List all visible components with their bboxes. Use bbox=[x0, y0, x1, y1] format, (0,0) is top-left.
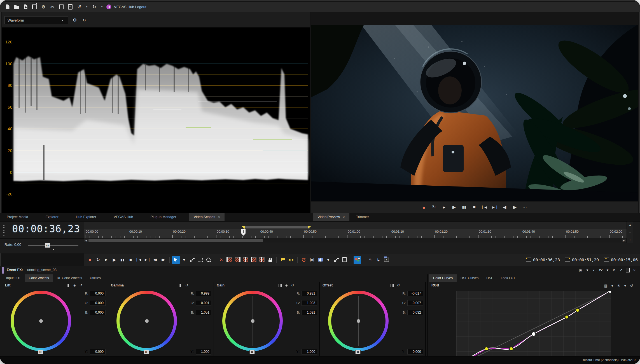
selection-start-display[interactable]: 00:00:36,23 bbox=[526, 258, 560, 262]
tab-input-lut[interactable]: Input LUT bbox=[2, 274, 25, 282]
fx-preset-dropdown-icon[interactable]: ▾ bbox=[585, 267, 590, 273]
crosshair-icon[interactable]: ◈ bbox=[73, 283, 77, 288]
scope-settings-gear-icon[interactable]: ⚙ bbox=[72, 17, 78, 24]
y-value[interactable]: 0.000 bbox=[90, 349, 106, 354]
vegas-hub-icon[interactable]: H bbox=[106, 4, 111, 9]
scope-type-select[interactable]: Waveform ▾ bbox=[4, 16, 68, 24]
reset-curve-icon[interactable]: ↺ bbox=[629, 282, 635, 289]
rate-slider-handle[interactable]: ▮▮ bbox=[45, 243, 50, 248]
cursor-timecode[interactable]: 00:00:36,23 bbox=[12, 223, 80, 234]
r-value[interactable]: 0.999 bbox=[196, 291, 211, 296]
stop-button[interactable]: ■ bbox=[127, 256, 134, 264]
close-icon[interactable]: × bbox=[343, 215, 345, 219]
close-panel-icon[interactable]: × bbox=[632, 267, 637, 273]
redo-icon[interactable]: ↻ bbox=[91, 4, 97, 10]
gain-luma-slider[interactable]: ▮▮ bbox=[217, 349, 287, 354]
trim-end-button[interactable] bbox=[234, 256, 241, 264]
channel-grid-icon[interactable]: ▦ bbox=[603, 282, 609, 289]
preview-record-button[interactable]: ● bbox=[421, 204, 427, 211]
sliders-icon[interactable] bbox=[66, 283, 71, 288]
g-value[interactable]: 0.991 bbox=[196, 300, 211, 306]
insert-region-button[interactable] bbox=[287, 256, 295, 264]
lock-envelopes-button[interactable] bbox=[333, 256, 340, 264]
selection-length-display[interactable]: 00:00:15,06 bbox=[604, 258, 638, 262]
project-properties-icon[interactable] bbox=[31, 4, 38, 10]
gain-color-wheel[interactable] bbox=[222, 291, 283, 351]
b-value[interactable]: 1.051 bbox=[196, 310, 211, 315]
undo-dropdown-icon[interactable]: ▾ bbox=[85, 4, 88, 10]
brightness-icon[interactable]: ☀ bbox=[616, 282, 622, 289]
channel-dropdown-icon[interactable]: ▾ bbox=[611, 282, 614, 289]
tab-project-media[interactable]: Project Media bbox=[2, 213, 32, 221]
loop-playback-button[interactable]: ↻ bbox=[94, 256, 102, 264]
auto-ripple-dropdown-icon[interactable]: ▾ bbox=[324, 256, 332, 264]
time-ruler[interactable]: 00:00:00 00:00:10 00:00:20 00:00:30 00:0… bbox=[84, 229, 633, 239]
tab-hsl[interactable]: HSL bbox=[482, 274, 497, 282]
preview-go-start-button[interactable]: ▏◀ bbox=[481, 204, 487, 211]
scrollbar-thumb[interactable] bbox=[88, 239, 263, 242]
preview-play-from-start-button[interactable]: ▶ bbox=[441, 204, 447, 211]
open-project-icon[interactable] bbox=[13, 4, 20, 10]
cut-icon[interactable]: ✂ bbox=[49, 4, 55, 10]
preferences-gear-icon[interactable]: ⚙ bbox=[40, 4, 46, 10]
previous-frame-button[interactable]: ◀▮ bbox=[151, 256, 159, 264]
r-value[interactable]: -0.017 bbox=[407, 291, 423, 296]
offset-color-wheel[interactable] bbox=[328, 291, 389, 351]
reset-icon[interactable]: ↺ bbox=[396, 283, 401, 288]
record-button[interactable]: ● bbox=[86, 256, 94, 264]
tab-color-wheels[interactable]: Color Wheels bbox=[25, 274, 53, 282]
preview-prev-frame-button[interactable]: ◀▮ bbox=[501, 204, 508, 211]
preview-play-button[interactable]: ▶ bbox=[451, 204, 457, 211]
curve-point-4[interactable] bbox=[565, 315, 569, 319]
y-value[interactable]: 1.000 bbox=[302, 349, 317, 354]
gamma-color-wheel[interactable] bbox=[116, 291, 177, 351]
envelope-tool-button[interactable] bbox=[188, 256, 196, 264]
add-track-button[interactable]: + bbox=[383, 256, 390, 264]
edit-tool-dropdown-icon[interactable]: ▾ bbox=[180, 256, 188, 264]
g-value[interactable]: 1.003 bbox=[302, 300, 317, 306]
tab-hsl-curves[interactable]: HSL Curves bbox=[457, 274, 482, 282]
tab-trimmer[interactable]: Trimmer bbox=[352, 213, 373, 221]
curve-point-2[interactable] bbox=[510, 347, 513, 351]
tab-video-scopes[interactable]: Video Scopes× bbox=[189, 213, 225, 221]
preview-loop-button[interactable]: ↻ bbox=[431, 204, 437, 211]
ignore-event-grouping-button[interactable] bbox=[341, 256, 348, 264]
loop-region-bar[interactable] bbox=[243, 226, 310, 228]
gamma-luma-slider[interactable]: ▮▮ bbox=[111, 349, 181, 354]
lift-color-wheel[interactable] bbox=[11, 291, 71, 351]
scroll-up-icon[interactable]: ▴ bbox=[628, 223, 632, 227]
scroll-left-icon[interactable]: ◀ bbox=[84, 239, 88, 242]
play-button[interactable]: ▶ bbox=[111, 256, 118, 264]
play-from-start-button[interactable]: ▶ bbox=[102, 256, 110, 264]
loop-end-marker[interactable] bbox=[308, 226, 312, 229]
auto-crossfade-button[interactable]: ⋈ bbox=[308, 256, 316, 264]
g-value[interactable]: 0.000 bbox=[90, 300, 106, 306]
preview-pause-button[interactable]: ▮▮ bbox=[461, 204, 467, 211]
new-project-icon[interactable] bbox=[4, 4, 11, 10]
g-value[interactable]: -0.007 bbox=[407, 300, 423, 306]
go-to-start-button[interactable]: ▏◀ bbox=[135, 256, 143, 264]
reset-icon[interactable]: ↺ bbox=[290, 283, 295, 288]
drag-handle[interactable] bbox=[3, 224, 4, 236]
b-value[interactable]: 0.032 bbox=[407, 310, 423, 315]
fx-preset-icon[interactable]: ▣ bbox=[578, 267, 583, 273]
normal-edit-tool-button[interactable] bbox=[172, 256, 180, 264]
color-grading-button[interactable] bbox=[354, 256, 361, 264]
tab-look-lut[interactable]: Look LUT bbox=[497, 274, 519, 282]
reset-icon[interactable]: ↺ bbox=[184, 283, 189, 288]
zoom-tool-button[interactable] bbox=[205, 256, 212, 264]
split-trim-start-button[interactable] bbox=[242, 256, 249, 264]
fx-bypass-icon[interactable]: ◐ bbox=[591, 267, 597, 273]
tab-hub-explorer[interactable]: Hub Explorer bbox=[71, 213, 101, 221]
sliders-icon[interactable] bbox=[390, 283, 394, 288]
tab-video-preview[interactable]: Video Preview× bbox=[313, 213, 349, 221]
go-to-end-button[interactable]: ▶▕ bbox=[143, 256, 151, 264]
tab-vegas-hub[interactable]: VEGAS Hub bbox=[109, 213, 137, 221]
tab-color-curves[interactable]: Color Curves bbox=[429, 274, 457, 282]
loop-region-strip[interactable] bbox=[84, 222, 633, 229]
trim-start-button[interactable] bbox=[226, 256, 233, 264]
tab-explorer[interactable]: Explorer bbox=[41, 213, 63, 221]
timeline-scrollbar[interactable]: ◀ ▶ bbox=[84, 238, 633, 242]
selection-end-display[interactable]: 00:00:51,29 bbox=[565, 258, 599, 262]
pause-button[interactable]: ▮▮ bbox=[119, 256, 126, 264]
